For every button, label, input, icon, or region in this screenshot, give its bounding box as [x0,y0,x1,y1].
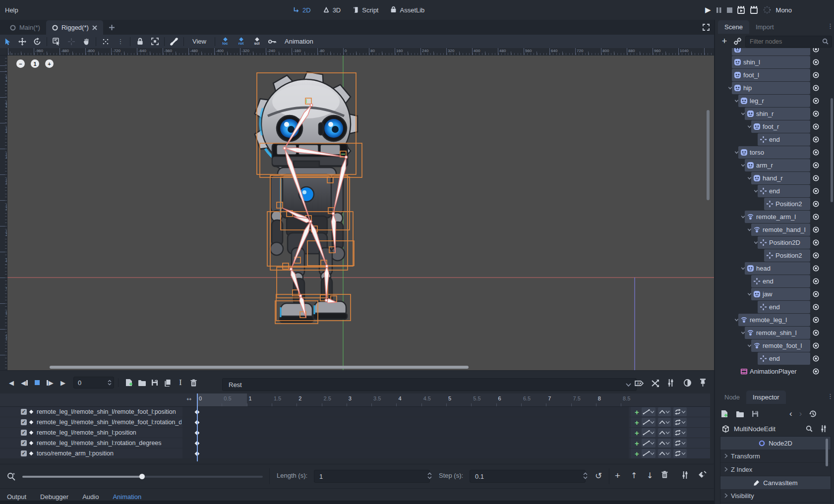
track-enabled-checkbox[interactable]: ✓ [21,440,27,446]
tree-node-end[interactable]: end [715,352,834,365]
step-input[interactable]: 0.1 [470,470,586,483]
visibility-eye-icon[interactable] [812,304,820,310]
edit-transitions-button[interactable] [651,379,659,388]
scene-tab-rigged[interactable]: Rigged(*) [46,20,103,35]
pin-animation-button[interactable] [700,378,706,387]
tab-scene[interactable]: Scene [718,20,749,34]
timeline-playhead[interactable] [197,393,198,461]
new-animation-button[interactable] [122,377,135,389]
visibility-eye-icon[interactable] [812,175,820,181]
track-enabled-checkbox[interactable]: ✓ [21,450,27,456]
update-mode-dropdown[interactable] [642,418,655,427]
add-key-button[interactable]: + [635,408,639,416]
loop-animation-button[interactable]: ↺ [595,471,602,481]
2d-viewport[interactable]: -960-880-800-720-640-560-480-400-320-240… [0,48,714,370]
smart-snap-button[interactable] [98,35,113,48]
save-animation-button[interactable] [148,377,161,389]
group-object-button[interactable] [147,35,162,48]
pan-tool-button[interactable] [79,35,94,48]
interpolation-mode-dropdown[interactable] [658,418,671,427]
track-timeline[interactable] [182,448,629,458]
animation-tools-button[interactable] [667,379,674,387]
category-canvasitem[interactable]: CanvasItem [720,476,831,489]
animation-name-dropdown[interactable]: Rest [222,378,637,391]
canvas-vscrollbar[interactable] [707,110,710,200]
autoplay-on-load-button[interactable]: A [635,380,644,387]
snap-options-menu[interactable]: ⋮ [113,35,128,48]
visibility-eye-icon[interactable] [812,252,820,259]
play-custom-scene-button[interactable] [750,6,758,14]
add-node-button[interactable]: + [719,36,730,47]
new-tab-button[interactable] [103,20,120,35]
add-key-button[interactable]: + [635,418,639,427]
loop-mode-dropdown[interactable] [673,439,687,448]
visibility-eye-icon[interactable] [812,111,820,117]
visibility-eye-icon[interactable] [812,162,820,168]
tree-node-head[interactable]: head [715,262,834,275]
remove-track-button[interactable] [661,471,668,478]
duplicate-animation-button[interactable] [161,377,174,389]
update-mode-dropdown[interactable] [642,439,655,448]
play-backwards-from-end-button[interactable]: ◀ [18,377,31,389]
inspector-scrollbar[interactable] [826,439,828,466]
tree-node-arm_r[interactable]: arm_r [715,159,834,171]
track-timeline[interactable] [182,428,629,438]
dock-options-icon[interactable]: ⋮ [827,22,834,30]
tree-node-end[interactable]: end [715,275,834,287]
insert-key-rot-button[interactable]: rot [233,35,249,48]
expander-icon[interactable] [747,343,752,348]
expander-icon[interactable] [747,292,752,296]
view-menu[interactable]: View [186,35,213,48]
rotate-tool-button[interactable] [30,35,45,48]
visibility-eye-icon[interactable] [812,368,820,375]
tree-node-end[interactable]: end [715,133,834,146]
insert-key-scl-button[interactable]: scl [249,35,265,48]
play-scene-button[interactable] [737,6,745,14]
visibility-eye-icon[interactable] [812,226,820,233]
visibility-eye-icon[interactable] [812,149,820,156]
visibility-eye-icon[interactable] [812,330,820,336]
play-backwards-button[interactable]: ◀ [5,377,18,389]
timeline-zoom-slider[interactable] [22,476,263,478]
instance-scene-button[interactable] [734,38,741,45]
tree-node-remote_shin_l[interactable]: remote_shin_l [715,327,834,339]
visibility-eye-icon[interactable] [812,123,820,130]
expander-icon[interactable] [741,215,745,219]
history-back-button[interactable]: ‹ [789,409,792,419]
track-timeline[interactable] [182,417,629,427]
tree-node-remote_foot_l[interactable]: remote_foot_l [715,339,834,352]
zoom-reset-button[interactable]: 1 [31,59,39,68]
rename-animation-button[interactable]: I [174,377,187,389]
visibility-eye-icon[interactable] [812,265,820,272]
track-timeline[interactable] [182,407,629,417]
expander-icon[interactable] [747,227,752,232]
visibility-eye-icon[interactable] [812,214,820,220]
distraction-free-icon[interactable] [702,23,710,31]
mode-script-button[interactable]: Script [347,0,384,20]
expander-icon[interactable] [734,150,739,155]
tab-inspector[interactable]: Inspector [746,391,785,404]
length-spinner-icon[interactable] [427,472,432,479]
visibility-eye-icon[interactable] [812,291,820,297]
stop-button[interactable] [727,7,732,13]
visibility-eye-icon[interactable] [812,188,820,194]
mode-3d-button[interactable]: 3D [317,0,347,20]
track-enabled-checkbox[interactable]: ✓ [21,419,27,425]
track-enabled-checkbox[interactable]: ✓ [21,430,27,436]
animation-track[interactable]: ✓remote_leg_l/remote_shin_l:rotation_deg… [0,438,710,448]
visibility-eye-icon[interactable] [812,48,820,53]
stop-animation-button[interactable] [31,377,44,389]
track-filter-button[interactable] [681,471,689,479]
tree-node-end[interactable]: end [715,301,834,313]
visibility-eye-icon[interactable] [812,317,820,323]
play-from-start-button[interactable]: ▶ [44,377,57,389]
load-resource-button[interactable] [736,411,744,417]
interpolation-mode-dropdown[interactable] [658,439,671,448]
expander-icon[interactable] [734,99,739,103]
current-frame-spinbox[interactable]: 0 [73,377,114,389]
play-button[interactable]: ▶ [705,5,711,14]
inspector-search-icon[interactable] [806,425,813,432]
add-key-button[interactable]: + [635,449,639,458]
tree-node-clipped[interactable] [715,48,834,56]
section-visibility[interactable]: Visibility [720,489,831,503]
